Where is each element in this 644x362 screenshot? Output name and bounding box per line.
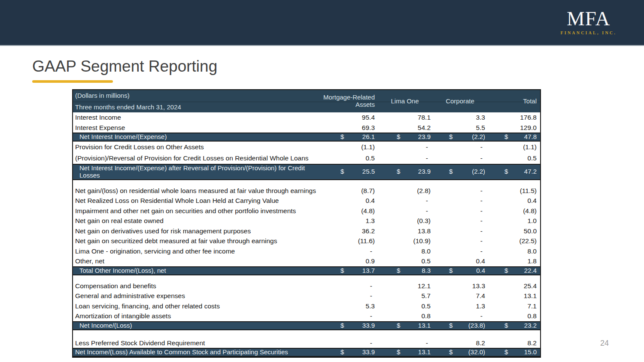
row-value-cell: 8.2 bbox=[433, 339, 487, 347]
row-value-cell: 0.8 bbox=[487, 312, 540, 320]
table-row: Less Preferred Stock Dividend Requiremen… bbox=[73, 338, 540, 348]
cell-value: (10.9) bbox=[413, 237, 431, 244]
row-value-cell: $33.9 bbox=[319, 322, 377, 329]
cell-value: 15.0 bbox=[524, 349, 537, 356]
cell-value: 13.1 bbox=[524, 292, 537, 299]
row-value-cell: $26.1 bbox=[319, 133, 377, 141]
cell-value: (23.8) bbox=[468, 322, 485, 329]
cell-value: (11.6) bbox=[358, 237, 375, 244]
cell-value: 47.8 bbox=[524, 133, 537, 141]
table-row: Compensation and benefits-12.113.325.4 bbox=[73, 281, 540, 291]
table-row: Total Other Income/(Loss), net$13.7$8.3$… bbox=[73, 266, 540, 275]
row-value-cell: $13.7 bbox=[319, 267, 377, 275]
cell-value: 3.3 bbox=[476, 114, 485, 121]
cell-value: 36.2 bbox=[362, 227, 375, 235]
row-value-cell: - bbox=[377, 143, 433, 151]
row-value-cell: (22.5) bbox=[487, 237, 540, 244]
row-value-cell: - bbox=[319, 312, 377, 320]
row-value-cell: $8.3 bbox=[377, 267, 433, 275]
cell-value: 1.3 bbox=[476, 302, 485, 310]
table-row: Interest Income95.478.13.3176.8 bbox=[73, 112, 540, 123]
row-label: Net Interest Income/(Expense) bbox=[73, 133, 319, 141]
row-label: Net Income/(Loss) Available to Common St… bbox=[73, 349, 319, 356]
header-label-cell: (Dollars in millions) Three months ended… bbox=[73, 90, 319, 112]
cell-value: 25.4 bbox=[524, 282, 537, 290]
column-header-corporate: Corporate bbox=[433, 90, 487, 112]
row-value-cell: (0.3) bbox=[377, 217, 433, 224]
cell-value: 0.8 bbox=[421, 312, 431, 320]
cell-value: 8.3 bbox=[422, 267, 431, 275]
row-label: Net gain/(loss) on residential whole loa… bbox=[73, 187, 319, 194]
cell-value: 0.5 bbox=[421, 257, 431, 265]
row-value-cell: 50.0 bbox=[487, 227, 540, 235]
row-value-cell: $23.2 bbox=[487, 322, 540, 329]
row-label: Interest Expense bbox=[73, 124, 319, 131]
cell-value: 8.0 bbox=[421, 247, 431, 255]
row-value-cell: 54.2 bbox=[377, 124, 433, 131]
row-label: Other, net bbox=[73, 257, 319, 265]
dollar-sign: $ bbox=[504, 133, 508, 141]
segment-table-body: Interest Income95.478.13.3176.8Interest … bbox=[73, 112, 540, 357]
row-label: Interest Income bbox=[73, 114, 319, 121]
row-value-cell: - bbox=[319, 247, 377, 255]
row-value-cell: - bbox=[377, 154, 433, 162]
table-row: General and administrative expenses-5.77… bbox=[73, 291, 540, 301]
row-value-cell: (11.5) bbox=[487, 187, 540, 194]
row-label: Net Interest Income/(Expense) after Reve… bbox=[73, 165, 319, 179]
cell-value: 0.4 bbox=[476, 267, 485, 275]
row-value-cell: 7.4 bbox=[433, 292, 487, 299]
cell-value: - bbox=[480, 143, 483, 151]
cell-value: 0.8 bbox=[527, 312, 537, 320]
row-label: Less Preferred Stock Dividend Requiremen… bbox=[73, 339, 319, 347]
dollar-sign: $ bbox=[397, 168, 400, 175]
cell-value: 129.0 bbox=[520, 124, 537, 131]
cell-value: 0.4 bbox=[476, 257, 485, 265]
row-label: Loan servicing, financing, and other rel… bbox=[73, 302, 319, 310]
dollar-sign: $ bbox=[397, 133, 400, 141]
row-value-cell: - bbox=[319, 292, 377, 299]
cell-value: (11.5) bbox=[520, 187, 537, 194]
row-value-cell: $47.8 bbox=[487, 133, 540, 141]
mfa-logo: MFA FINANCIAL, INC. bbox=[560, 9, 617, 35]
row-value-cell: $(23.8) bbox=[433, 322, 487, 329]
row-label: Net gain on real estate owned bbox=[73, 217, 319, 224]
table-row: (Provision)/Reversal of Provision for Cr… bbox=[73, 153, 540, 164]
row-value-cell: $22.4 bbox=[487, 267, 540, 275]
spacer-row bbox=[73, 330, 540, 338]
row-value-cell: $25.5 bbox=[319, 168, 377, 175]
row-value-cell: 3.3 bbox=[433, 114, 487, 121]
table-row: Interest Expense69.354.25.5129.0 bbox=[73, 123, 540, 133]
cell-value: 95.4 bbox=[362, 114, 375, 121]
column-header-lima-one: Lima One bbox=[377, 90, 433, 112]
table-row: Amortization of intangible assets-0.8-0.… bbox=[73, 311, 540, 321]
row-value-cell: - bbox=[433, 154, 487, 162]
row-value-cell: $(32.0) bbox=[433, 349, 487, 356]
row-value-cell: $(2.2) bbox=[433, 168, 487, 175]
row-label: Net Realized Loss on Residential Whole L… bbox=[73, 197, 319, 204]
row-value-cell: 0.4 bbox=[319, 197, 377, 204]
cell-value: 23.9 bbox=[418, 133, 431, 141]
top-banner: MFA FINANCIAL, INC. bbox=[0, 0, 644, 46]
cell-value: 1.8 bbox=[527, 257, 537, 265]
dollar-sign: $ bbox=[504, 349, 508, 356]
cell-value: - bbox=[480, 312, 483, 320]
table-row: Other, net0.90.50.41.8 bbox=[73, 256, 540, 266]
cell-value: 0.5 bbox=[527, 154, 537, 162]
row-label: Total Other Income/(Loss), net bbox=[73, 267, 319, 275]
cell-value: 25.5 bbox=[362, 168, 375, 175]
dollar-sign: $ bbox=[397, 349, 400, 356]
column-header-mortgage-related-assets: Mortgage-Related Assets bbox=[319, 90, 377, 112]
cell-value: - bbox=[370, 282, 372, 290]
cell-value: - bbox=[480, 237, 483, 244]
row-value-cell: 0.8 bbox=[377, 312, 433, 320]
row-label: Compensation and benefits bbox=[73, 282, 319, 290]
row-value-cell: (1.1) bbox=[487, 143, 540, 151]
cell-value: 13.7 bbox=[362, 267, 375, 275]
row-value-cell: - bbox=[433, 187, 487, 194]
dollar-sign: $ bbox=[340, 349, 344, 356]
cell-value: (2.2) bbox=[472, 168, 485, 175]
row-value-cell: 95.4 bbox=[319, 114, 377, 121]
cell-value: 8.2 bbox=[476, 339, 485, 347]
row-value-cell: (11.6) bbox=[319, 237, 377, 244]
cell-value: 0.5 bbox=[365, 154, 375, 162]
